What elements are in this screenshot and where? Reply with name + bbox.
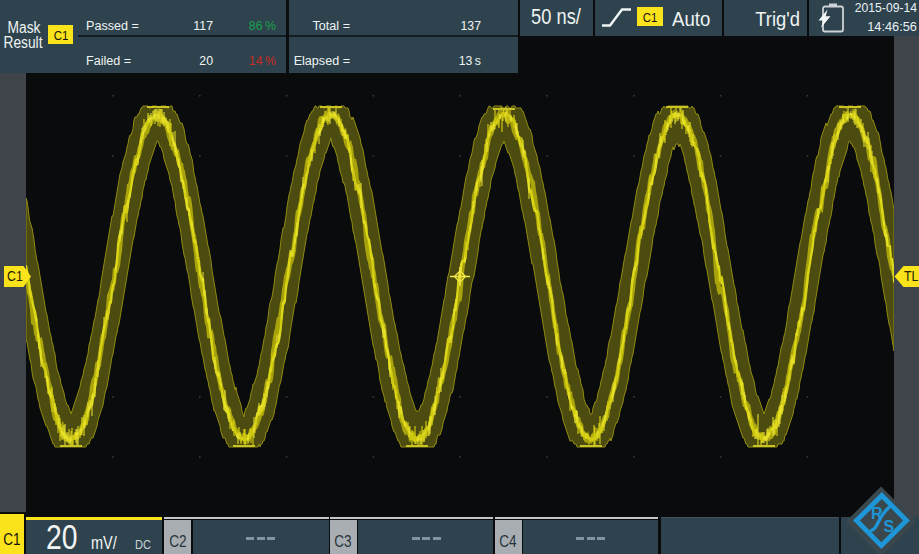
svg-text:C1: C1 — [7, 269, 23, 285]
svg-text:S: S — [884, 518, 895, 535]
svg-text:TL: TL — [904, 269, 919, 285]
svg-text:R: R — [871, 505, 883, 522]
